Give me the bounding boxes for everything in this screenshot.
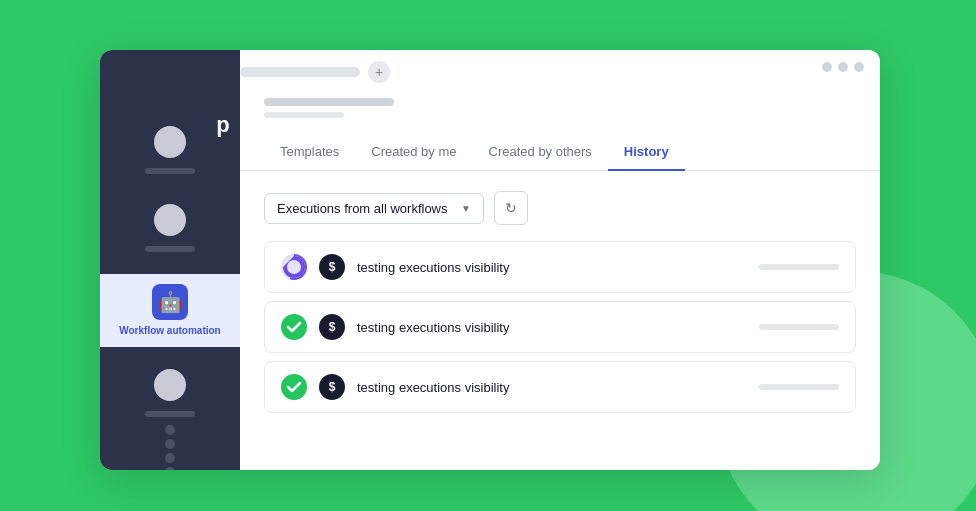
chrome-dot-yellow: [838, 62, 848, 72]
tab-created-by-me[interactable]: Created by me: [355, 134, 472, 171]
sidebar: p 🤖 Workflow automation: [100, 50, 240, 470]
window-tabbar: +: [240, 58, 820, 86]
chrome-dot-green: [854, 62, 864, 72]
execution-status-running-1: [281, 254, 307, 280]
sidebar-item-workflow-automation[interactable]: 🤖 Workflow automation: [100, 274, 240, 347]
svg-point-1: [287, 260, 301, 274]
refresh-button[interactable]: ↻: [494, 191, 528, 225]
execution-status-success-2: [281, 314, 307, 340]
execution-name-3: testing executions visibility: [357, 380, 747, 395]
workflow-automation-icon: 🤖: [152, 284, 188, 320]
sidebar-label-2: [145, 246, 195, 252]
trigger-icon-2: $: [319, 314, 345, 340]
tab-placeholder: [240, 67, 360, 77]
execution-item-3[interactable]: $ testing executions visibility: [264, 361, 856, 413]
sidebar-label-3: [145, 411, 195, 417]
dropdown-label: Executions from all workflows: [277, 201, 448, 216]
execution-meta-1: [759, 264, 839, 270]
dropdown-arrow-icon: ▼: [461, 203, 471, 214]
nav-dot-3: [165, 453, 175, 463]
sidebar-avatar-2: [154, 204, 186, 236]
execution-list: $ testing executions visibility $ testin…: [264, 241, 856, 413]
app-window: + p 🤖 Workflow automation: [100, 50, 880, 470]
sidebar-label-1: [145, 168, 195, 174]
trigger-icon-1: $: [319, 254, 345, 280]
window-chrome: [822, 62, 864, 72]
workflow-filter-dropdown[interactable]: Executions from all workflows ▼: [264, 193, 484, 224]
filter-row: Executions from all workflows ▼ ↻: [264, 191, 856, 225]
chrome-dot-red: [822, 62, 832, 72]
content-subtitle-placeholder: [264, 112, 344, 118]
success-checkmark-svg-2: [286, 319, 302, 335]
nav-dot-1: [165, 425, 175, 435]
tab-templates[interactable]: Templates: [264, 134, 355, 171]
sidebar-avatar-3: [154, 369, 186, 401]
execution-name-1: testing executions visibility: [357, 260, 747, 275]
tabs-navigation: Templates Created by me Created by other…: [240, 134, 880, 171]
execution-meta-3: [759, 384, 839, 390]
execution-item-1[interactable]: $ testing executions visibility: [264, 241, 856, 293]
tab-history[interactable]: History: [608, 134, 685, 171]
sidebar-avatar-1: [154, 126, 186, 158]
content-title-placeholder: [264, 98, 394, 106]
content-body: Executions from all workflows ▼ ↻: [240, 171, 880, 470]
sidebar-logo: p: [208, 110, 238, 140]
running-status-svg: [281, 254, 307, 280]
workflow-automation-label: Workflow automation: [119, 324, 220, 337]
execution-meta-2: [759, 324, 839, 330]
refresh-icon: ↻: [505, 200, 517, 216]
execution-status-success-3: [281, 374, 307, 400]
nav-dot-2: [165, 439, 175, 449]
nav-dot-4: [165, 467, 175, 470]
logo-text: p: [216, 112, 229, 138]
success-checkmark-svg-3: [286, 379, 302, 395]
tab-add-button[interactable]: +: [368, 61, 390, 83]
main-content: Templates Created by me Created by other…: [240, 50, 880, 470]
execution-name-2: testing executions visibility: [357, 320, 747, 335]
trigger-icon-3: $: [319, 374, 345, 400]
execution-item-2[interactable]: $ testing executions visibility: [264, 301, 856, 353]
tab-created-by-others[interactable]: Created by others: [473, 134, 608, 171]
